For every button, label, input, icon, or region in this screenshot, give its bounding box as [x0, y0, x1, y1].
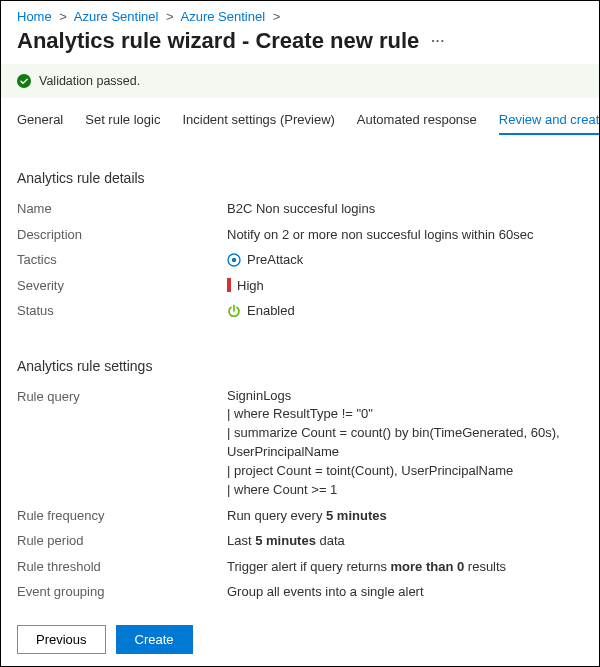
tab-automated-response[interactable]: Automated response	[357, 106, 477, 135]
value-description: Notify on 2 or more non succesful logins…	[227, 225, 583, 245]
threshold-bold: more than 0	[391, 559, 465, 574]
breadcrumb-sep: >	[59, 9, 67, 24]
severity-text: High	[237, 276, 264, 296]
value-tactics: PreAttack	[227, 250, 583, 270]
tab-review-and-create[interactable]: Review and create	[499, 106, 600, 135]
row-rule-threshold: Rule threshold Trigger alert if query re…	[17, 554, 583, 580]
period-suffix: data	[316, 533, 345, 548]
tab-bar: General Set rule logic Incident settings…	[1, 98, 599, 136]
label-rule-period: Rule period	[17, 531, 227, 551]
value-status: Enabled	[227, 301, 583, 321]
breadcrumb-sep: >	[166, 9, 174, 24]
page-header: Analytics rule wizard - Create new rule …	[1, 28, 599, 64]
section-title-details: Analytics rule details	[17, 170, 583, 186]
period-prefix: Last	[227, 533, 255, 548]
value-rule-frequency: Run query every 5 minutes	[227, 506, 583, 526]
tab-incident-settings[interactable]: Incident settings (Preview)	[182, 106, 334, 135]
value-severity: High	[227, 276, 583, 296]
period-bold: 5 minutes	[255, 533, 316, 548]
value-rule-period: Last 5 minutes data	[227, 531, 583, 551]
label-rule-query: Rule query	[17, 387, 227, 407]
validation-banner: Validation passed.	[1, 64, 599, 98]
create-button[interactable]: Create	[116, 625, 193, 654]
check-circle-icon	[17, 74, 31, 88]
breadcrumb-link-sentinel-1[interactable]: Azure Sentinel	[74, 9, 159, 24]
label-name: Name	[17, 199, 227, 219]
threshold-suffix: results	[464, 559, 506, 574]
previous-button[interactable]: Previous	[17, 625, 106, 654]
status-text: Enabled	[247, 301, 295, 321]
svg-point-2	[232, 258, 236, 262]
row-name: Name B2C Non succesful logins	[17, 196, 583, 222]
content-area: Analytics rule details Name B2C Non succ…	[1, 136, 599, 646]
tab-set-rule-logic[interactable]: Set rule logic	[85, 106, 160, 135]
threshold-prefix: Trigger alert if query returns	[227, 559, 391, 574]
severity-bar-icon	[227, 278, 231, 292]
row-rule-query: Rule query SigninLogs | where ResultType…	[17, 384, 583, 503]
freq-bold: 5 minutes	[326, 508, 387, 523]
more-actions-button[interactable]: ···	[431, 33, 445, 50]
label-severity: Severity	[17, 276, 227, 296]
label-description: Description	[17, 225, 227, 245]
target-icon	[227, 253, 241, 267]
breadcrumb-sep: >	[273, 9, 281, 24]
row-rule-frequency: Rule frequency Run query every 5 minutes	[17, 503, 583, 529]
breadcrumb-link-home[interactable]: Home	[17, 9, 52, 24]
label-rule-threshold: Rule threshold	[17, 557, 227, 577]
label-event-grouping: Event grouping	[17, 582, 227, 602]
value-event-grouping: Group all events into a single alert	[227, 582, 583, 602]
tab-general[interactable]: General	[17, 106, 63, 135]
power-icon	[227, 304, 241, 318]
freq-prefix: Run query every	[227, 508, 326, 523]
row-description: Description Notify on 2 or more non succ…	[17, 222, 583, 248]
validation-message: Validation passed.	[39, 74, 140, 88]
row-tactics: Tactics PreAttack	[17, 247, 583, 273]
footer-actions: Previous Create	[1, 613, 599, 666]
breadcrumb-link-sentinel-2[interactable]: Azure Sentinel	[181, 9, 266, 24]
row-event-grouping: Event grouping Group all events into a s…	[17, 579, 583, 605]
row-status: Status Enabled	[17, 298, 583, 324]
tactics-text: PreAttack	[247, 250, 303, 270]
label-tactics: Tactics	[17, 250, 227, 270]
breadcrumb: Home > Azure Sentinel > Azure Sentinel >	[1, 1, 599, 28]
row-severity: Severity High	[17, 273, 583, 299]
row-rule-period: Rule period Last 5 minutes data	[17, 528, 583, 554]
page-title: Analytics rule wizard - Create new rule	[17, 28, 419, 54]
value-name: B2C Non succesful logins	[227, 199, 583, 219]
value-rule-query: SigninLogs | where ResultType != "0" | s…	[227, 387, 583, 500]
svg-point-0	[17, 74, 31, 88]
section-title-settings: Analytics rule settings	[17, 358, 583, 374]
value-rule-threshold: Trigger alert if query returns more than…	[227, 557, 583, 577]
label-status: Status	[17, 301, 227, 321]
label-rule-frequency: Rule frequency	[17, 506, 227, 526]
